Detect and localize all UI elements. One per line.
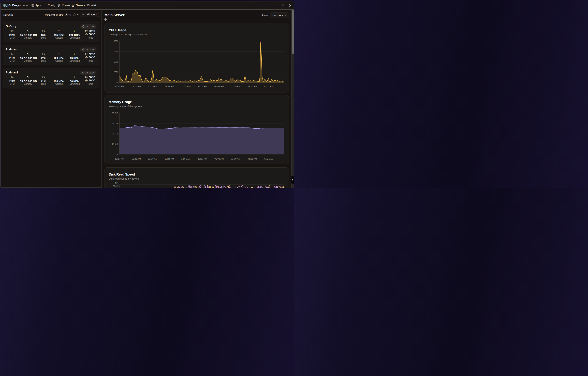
svg-text:01:15 AM: 01:15 AM — [248, 157, 257, 160]
svg-text:01:21 AM: 01:21 AM — [264, 157, 273, 160]
svg-text:12:35 AM: 12:35 AM — [148, 157, 157, 160]
svg-text:12:41 AM: 12:41 AM — [165, 157, 174, 160]
svg-text:12:35 AM: 12:35 AM — [148, 85, 157, 88]
svg-text:100%: 100% — [112, 40, 118, 42]
svg-text:50%: 50% — [114, 61, 118, 63]
svg-text:0%: 0% — [115, 81, 118, 84]
svg-text:12:17 AM: 12:17 AM — [115, 85, 124, 88]
svg-text:12:51 AM: 12:51 AM — [181, 85, 191, 88]
svg-text:0 B: 0 B — [115, 153, 118, 156]
svg-text:28 GB: 28 GB — [112, 133, 118, 135]
svg-text:12:51 AM: 12:51 AM — [181, 157, 191, 160]
svg-text:12:26 AM: 12:26 AM — [131, 85, 141, 88]
svg-text:1/2: 1/2 — [115, 182, 118, 184]
svg-text:12:26 AM: 12:26 AM — [131, 157, 141, 160]
svg-text:MB/s: MB/s — [113, 185, 118, 187]
svg-text:01:21 AM: 01:21 AM — [264, 85, 273, 88]
svg-text:01:09 AM: 01:09 AM — [231, 85, 240, 88]
svg-text:12:17 AM: 12:17 AM — [115, 157, 124, 160]
svg-text:12:57 AM: 12:57 AM — [198, 85, 207, 88]
svg-text:01:15 AM: 01:15 AM — [248, 85, 257, 88]
svg-text:25%: 25% — [114, 71, 118, 73]
svg-text:01:03 AM: 01:03 AM — [214, 157, 224, 160]
svg-text:12:41 AM: 12:41 AM — [165, 85, 174, 88]
svg-text:56 GB: 56 GB — [112, 112, 118, 114]
svg-text:42 GB: 42 GB — [112, 122, 118, 125]
svg-text:01:09 AM: 01:09 AM — [231, 157, 240, 160]
svg-text:12:57 AM: 12:57 AM — [198, 157, 207, 160]
svg-text:75%: 75% — [114, 50, 118, 53]
svg-text:01:03 AM: 01:03 AM — [214, 85, 224, 88]
svg-text:14 GB: 14 GB — [112, 143, 118, 145]
